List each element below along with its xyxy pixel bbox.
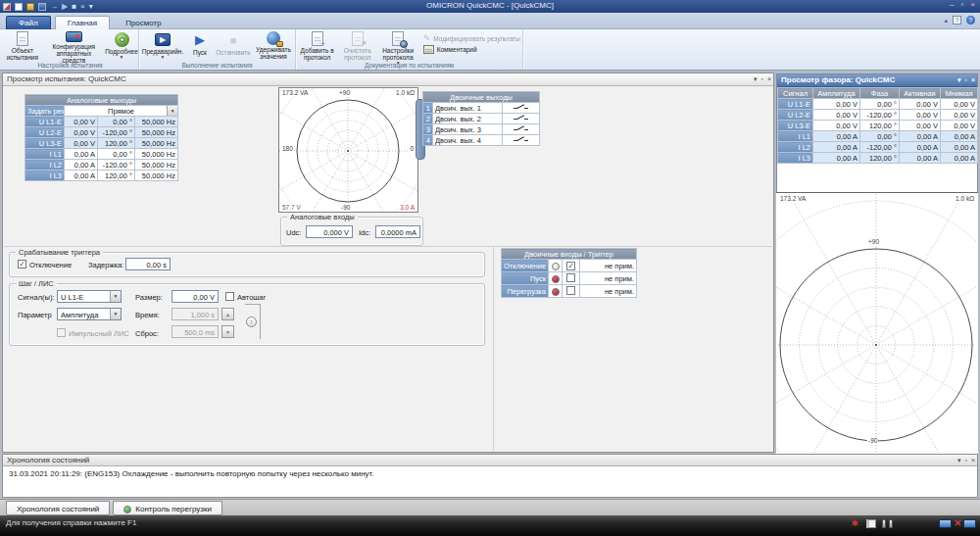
chevron-down-icon: ▾ [121,55,123,60]
chart-180-label: 180 [281,145,294,152]
panel-dropdown-icon[interactable]: ▾ [754,74,758,84]
panel-close-icon[interactable]: × [767,74,771,84]
collapse-ribbon-icon[interactable]: ▴ [944,17,948,24]
tab-file[interactable]: Файл [6,16,51,29]
panel-restore-icon[interactable]: ▫ [760,74,762,84]
step-up-button[interactable]: ▲ [221,308,234,320]
amplitude-cell[interactable]: 0,00 A [65,160,98,171]
output-number-cell: 3 [423,124,433,135]
parameter-select[interactable]: Амплитуда ▾ [57,308,122,320]
minimize-button[interactable]: – [950,0,954,9]
phase-cell[interactable]: 120,00 ° [98,138,135,149]
delay-field[interactable]: 0,00 s [125,258,171,270]
trip-checkbox[interactable]: ✓ [18,260,26,268]
group-label-execution: Выполнение испытания [139,62,295,69]
panel-dropdown-icon[interactable]: ▾ [957,75,961,85]
phasor-row: U L2-E0,00 V-120,00 °0,00 V0,00 V [778,110,978,121]
tab-view[interactable]: Просмотр [114,17,173,29]
chart-voltage-label: 57.7 V [281,204,302,211]
input-state-cell: не прим. [580,272,637,285]
output-name-cell: Двоич. вых. 2 [433,114,503,124]
frequency-cell[interactable]: 50,000 Hz [135,160,178,171]
tab-home[interactable]: Главная [55,16,110,29]
tab-status-history[interactable]: Хронология состояний [6,501,110,515]
details-button[interactable]: Подробнее ▾ [105,30,138,61]
panel-close-icon[interactable]: × [971,456,975,465]
input-checkbox[interactable] [566,273,575,282]
phase-cell[interactable]: 120,00 ° [98,171,135,181]
phase-cell[interactable]: -120,00 ° [98,127,135,138]
switch-state-cell[interactable] [503,103,540,114]
autostep-checkbox[interactable] [225,292,234,301]
chevron-down-icon[interactable]: ▾ [110,291,121,302]
output-name-cell: Двоич. вых. 3 [433,124,503,135]
chevron-down-icon[interactable]: ▾ [89,2,93,12]
amplitude-cell[interactable]: 0,00 V [65,117,98,127]
app-icon[interactable] [3,3,11,11]
signal-name-cell: U L2-E [25,127,65,138]
restore-button[interactable]: ▫ [960,0,963,9]
status-log-panel: Хронология состояний ▾ ▫ × 31.03.2021 20… [2,454,978,498]
chevron-down-icon[interactable]: ▾ [167,106,177,116]
input-state-cell: не прим. [580,285,637,298]
add-to-report-button[interactable]: → Добавить в протокол [296,30,338,61]
save-icon[interactable] [38,3,46,11]
help-window-icon[interactable]: ? [953,16,961,24]
play-icon[interactable]: ▶ [62,2,68,12]
analog-outputs-title: Аналоговые выходы [25,95,178,106]
amplitude-cell[interactable]: 0,00 A [65,149,98,160]
size-field[interactable]: 0,00 V [172,290,219,303]
close-button[interactable]: × [970,0,975,9]
chevron-down-icon[interactable]: ▾ [110,309,121,319]
start-button[interactable]: ▶ Пуск [186,30,214,61]
window-title: OMICRON QuickCMC - [QuickCMC] [0,1,980,10]
open-folder-icon[interactable] [26,3,34,11]
input-name-cell: Пуск [502,272,549,285]
comment-button[interactable]: Комментарий [423,45,520,54]
frequency-cell[interactable]: 50,000 Hz [135,138,178,149]
analog-output-row: U L1-E0,00 V0,00 °50,000 Hz [25,117,178,127]
frequency-cell[interactable]: 50,000 Hz [135,171,178,181]
phase-cell[interactable]: 0,00 ° [98,149,135,160]
step-direction-icon[interactable]: ↑ [246,317,257,327]
switch-state-cell[interactable] [503,135,540,146]
step-down-button[interactable]: ▼ [221,325,234,338]
amplitude-cell[interactable]: 0,00 V [65,127,98,138]
frequency-cell[interactable]: 50,000 Hz [135,117,178,127]
phase-cell[interactable]: -120,00 ° [98,160,135,171]
input-checkbox[interactable]: ✓ [566,262,575,270]
idc-field[interactable]: 0,0000 mA [375,225,420,238]
signal-select[interactable]: U L1-E ▾ [57,290,122,303]
panel-restore-icon[interactable]: ▫ [964,75,966,85]
hold-values-button[interactable]: Удерживать значения [253,30,294,61]
report-settings-button[interactable]: Настройки протокола ▾ [376,30,418,61]
test-view-panel: Просмотр испытания: QuickCMC ▾ ▫ × Анало… [2,73,774,453]
panel-close-icon[interactable]: × [971,75,975,85]
signal-name-cell: U L1-E [778,99,813,110]
udc-field[interactable]: 0,000 V [306,225,353,238]
switch-icon [514,135,528,143]
prefault-button[interactable]: ▶ Предаварийн. ▾ [139,30,186,61]
phase-cell[interactable]: 0,00 ° [98,117,135,127]
new-document-icon[interactable] [15,3,23,11]
frequency-cell[interactable]: 50,000 Hz [135,149,178,160]
globe-lock-icon [267,31,280,45]
hardware-config-button[interactable]: Конфигурация аппаратных средств [43,30,105,61]
switch-state-cell[interactable] [503,114,540,124]
input-checkbox[interactable] [566,286,575,295]
test-object-button[interactable]: Объект испытания [2,30,43,61]
redo-arrow-icon[interactable]: → [50,2,58,12]
switch-state-cell[interactable] [503,124,540,135]
phasor-row: U L1-E0,00 V0,00 °0,00 V0,00 V [778,99,978,110]
frequency-cell[interactable]: 50,000 Hz [135,127,178,138]
led-icon [552,263,560,270]
panel-dropdown-icon[interactable]: ▾ [957,456,961,465]
amplitude-cell[interactable]: 0,00 V [65,138,98,149]
help-icon[interactable]: ? [966,16,975,24]
amplitude-cell[interactable]: 0,00 A [65,171,98,181]
panel-restore-icon[interactable]: ▫ [964,456,966,465]
output-name-cell: Двоич. вых. 1 [433,103,503,114]
mode-select[interactable]: Прямое ▾ [65,106,178,117]
status-log-message: 31.03.2021 20:11:29: (ENG153) Охлаждение… [3,466,977,481]
tab-overload-control[interactable]: Контроль перегрузки [113,501,222,515]
